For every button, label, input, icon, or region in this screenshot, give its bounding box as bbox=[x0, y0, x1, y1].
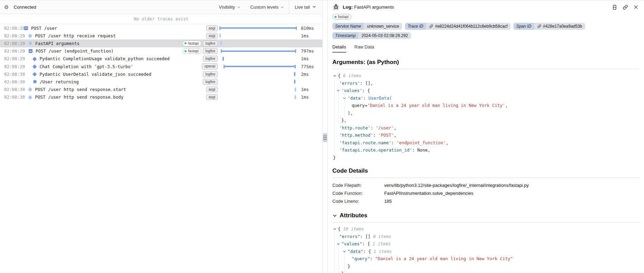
scope-badge-logfire: logfire bbox=[203, 48, 218, 54]
trace-timestamp: 02:08:30 bbox=[0, 79, 24, 84]
panel-resize-gutter[interactable] bbox=[323, 0, 327, 273]
collapse-chevron-icon[interactable] bbox=[343, 250, 348, 253]
trace-badges: asgi bbox=[206, 94, 218, 100]
green-dot-icon bbox=[334, 16, 337, 18]
trace-timestamp: 02:08:29 bbox=[0, 33, 24, 38]
collapse-chevron-icon[interactable] bbox=[333, 227, 338, 231]
attributes-section-toggle[interactable]: Attributes bbox=[332, 212, 639, 219]
meta-chip-label: Trace ID bbox=[405, 23, 426, 30]
trace-duration: 1ms bbox=[297, 87, 322, 92]
duration-bar-area bbox=[219, 63, 297, 70]
trace-row[interactable]: 02:08:29Pydantic CompletionUsage validat… bbox=[0, 55, 322, 63]
code-line: 'fastapi.route.operation_id': None, bbox=[332, 146, 639, 154]
copy-link-icon[interactable] bbox=[623, 4, 628, 10]
code-token: 'errors' bbox=[339, 81, 360, 86]
green-dot-icon bbox=[184, 42, 187, 44]
trace-name: Pydantic CompletionUsage validate_python… bbox=[40, 56, 170, 61]
badge-label: fastapi bbox=[188, 49, 199, 53]
detail-panel-header: Log: FastAPI arguments bbox=[328, 0, 644, 11]
meta-chip-label: Service Name bbox=[332, 23, 364, 30]
code-token: : bbox=[391, 140, 397, 145]
scope-badge-openai: openai bbox=[202, 63, 218, 69]
collapse-chevron-icon[interactable] bbox=[337, 242, 341, 246]
indent-guide-line bbox=[338, 248, 339, 273]
duration-tick bbox=[294, 80, 295, 84]
trace-row[interactable]: 02:08:29FastAPI argumentsfastapilogfire bbox=[0, 39, 322, 47]
trace-duration: 810ms bbox=[297, 26, 322, 31]
code-line: "data": { 1 items bbox=[332, 248, 639, 255]
scope-badge-asgi: asgi bbox=[206, 87, 218, 92]
code-details-label: Code Lineno: bbox=[332, 197, 384, 205]
trace-row[interactable]: 02:08:29POST /userasgi810ms bbox=[0, 24, 322, 32]
code-line: 'errors': [], bbox=[332, 80, 639, 87]
trace-row[interactable]: 02:08:30POST /user http send response.st… bbox=[0, 86, 322, 93]
scope-badge-logfire: logfire bbox=[203, 71, 218, 77]
meta-chip-label: Span ID bbox=[513, 23, 534, 30]
trace-row[interactable]: 02:08:29Chat Completion with 'gpt-3.5-tu… bbox=[0, 63, 322, 70]
trace-toolbar: ⚙ Connected Visibility Custom levels Liv… bbox=[0, 0, 322, 14]
detail-panel: Log: FastAPI arguments fastapi Service N… bbox=[327, 0, 644, 273]
meta-chip-value[interactable]: #e8224d24d41f064b112c6eb9cb58cacf bbox=[426, 23, 511, 30]
connection-status: Connected bbox=[13, 4, 36, 10]
panel-layout-icon[interactable] bbox=[612, 4, 617, 10]
square-icon[interactable] bbox=[24, 26, 28, 30]
collapse-chevron-icon[interactable] bbox=[333, 74, 338, 78]
code-line: { 10 items bbox=[332, 225, 639, 233]
trace-row[interactable]: 02:08:30/User returninglogfire bbox=[0, 78, 322, 85]
duration-bar bbox=[221, 51, 296, 52]
trace-row[interactable]: 02:08:29POST /user (endpoint_function)fa… bbox=[0, 47, 322, 55]
code-token: 'data' bbox=[348, 95, 363, 101]
code-details-heading: Code Details bbox=[332, 167, 639, 174]
trace-duration: 797ms bbox=[297, 48, 322, 54]
trace-badges: asgi bbox=[206, 33, 218, 39]
indent-guide-line bbox=[334, 233, 335, 273]
code-token: "Daniel is a 24 year old man living in N… bbox=[375, 256, 513, 261]
code-token: 10 items bbox=[343, 226, 364, 231]
drag-handle-icon[interactable] bbox=[323, 133, 327, 142]
code-details-row: Code Lineno:185 bbox=[332, 197, 639, 205]
trace-row[interactable]: 02:08:30POST /user http send response.bo… bbox=[0, 93, 322, 101]
detail-panel-actions bbox=[612, 4, 638, 10]
visibility-dropdown[interactable]: Visibility bbox=[214, 0, 246, 14]
visibility-dropdown-label: Visibility bbox=[219, 4, 235, 10]
trace-duration: 775ms bbox=[297, 64, 322, 69]
code-token: , bbox=[394, 125, 397, 130]
code-token: "query" bbox=[352, 256, 370, 261]
trace-badges: logfire bbox=[203, 71, 218, 77]
code-token: : { bbox=[362, 241, 372, 246]
meta-chip-span-id: Span ID#428e17a0ea9ad53b bbox=[513, 23, 585, 30]
live-tail-select[interactable]: Live tail bbox=[289, 0, 322, 14]
code-token: : bbox=[370, 125, 376, 130]
meta-chip-value[interactable]: #428e17a0ea9ad53b bbox=[534, 23, 585, 30]
log-title-text: FastAPI arguments bbox=[354, 4, 394, 10]
tag-fastapi-badge: fastapi bbox=[182, 40, 201, 46]
code-token: "errors" bbox=[339, 234, 360, 239]
square-icon[interactable] bbox=[29, 49, 32, 53]
no-older-traces-notice: No older traces exist bbox=[0, 14, 322, 24]
link-icon[interactable] bbox=[537, 24, 541, 28]
duration-bar bbox=[219, 27, 297, 29]
tab-details[interactable]: Details bbox=[332, 44, 346, 53]
collapse-chevron-icon[interactable] bbox=[343, 97, 348, 100]
duration-bar-area bbox=[219, 78, 297, 85]
trace-badges: openai bbox=[202, 63, 218, 69]
trace-row[interactable]: 02:08:30Pydantic UserDetail validate_jso… bbox=[0, 70, 322, 78]
collapse-chevron-icon[interactable] bbox=[337, 89, 341, 92]
custom-levels-dropdown[interactable]: Custom levels bbox=[245, 0, 289, 14]
duration-bar bbox=[224, 66, 295, 67]
code-details-value: venv/lib/python3.12/site-packages/logfir… bbox=[384, 181, 529, 189]
tab-raw-data[interactable]: Raw Data bbox=[354, 44, 374, 53]
duration-bar-area bbox=[219, 39, 297, 47]
divider bbox=[332, 69, 639, 69]
link-icon[interactable] bbox=[429, 24, 433, 28]
code-token: : { bbox=[363, 249, 373, 254]
code-token: "values" bbox=[341, 241, 362, 246]
code-line: }, bbox=[332, 117, 639, 124]
trace-row[interactable]: 02:08:29POST /user http receive requesta… bbox=[0, 32, 322, 39]
divider bbox=[332, 222, 639, 222]
attributes-heading: Attributes bbox=[340, 212, 367, 219]
code-line: { 6 items bbox=[332, 72, 639, 80]
close-icon[interactable] bbox=[633, 4, 638, 10]
settings-gear-icon[interactable]: ⚙ bbox=[4, 4, 9, 10]
duration-tick bbox=[295, 88, 296, 92]
